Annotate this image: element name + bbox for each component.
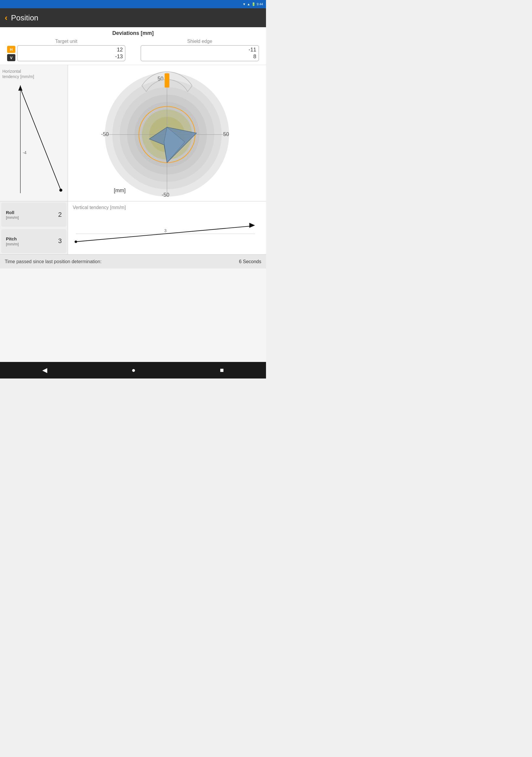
middle-section: Horizontaltendency [mm/m] -4 xyxy=(0,65,266,201)
status-bar: ▼ ▲ 🔋 9:44 xyxy=(0,0,266,8)
v-badge-left: V xyxy=(7,54,15,61)
svg-text:50: 50 xyxy=(158,76,163,82)
vertical-tendency-panel: Vertical tendency [mm/m] 3 xyxy=(68,201,266,254)
target-unit-label: Target unit xyxy=(7,39,125,44)
svg-point-3 xyxy=(59,189,62,192)
target-unit-group: Target unit H V 12 -13 xyxy=(7,39,125,61)
svg-text:-50: -50 xyxy=(101,131,109,137)
vertical-tendency-chart: 3 xyxy=(73,214,261,251)
status-icons: ▼ ▲ 🔋 9:44 xyxy=(243,2,263,6)
pitch-label: Pitch [mm/m] xyxy=(6,236,18,246)
footer-value: 6 Seconds xyxy=(239,259,261,264)
radar-svg: 50 -50 50 -50 [mm] xyxy=(81,65,253,201)
target-h-value: 12 xyxy=(20,47,123,53)
svg-line-1 xyxy=(20,88,61,191)
nav-bar: ◀ ● ■ xyxy=(0,362,266,378)
roll-value: 2 xyxy=(58,211,62,219)
main-content: Deviations [mm] Target unit H V 12 -13 xyxy=(0,27,266,362)
shield-v-value: 8 xyxy=(143,53,256,60)
nav-home-button[interactable]: ● xyxy=(132,366,135,374)
page-title: Position xyxy=(11,13,39,22)
svg-text:3: 3 xyxy=(164,228,167,233)
svg-text:-4: -4 xyxy=(23,151,27,155)
horizontal-tendency-svg: -4 xyxy=(2,82,65,200)
h-badge-left: H xyxy=(7,46,15,53)
footer: Time passed since last position determin… xyxy=(0,254,266,268)
svg-marker-28 xyxy=(250,223,255,228)
shield-edge-group: Shield edge -11 8 xyxy=(141,39,259,61)
back-button[interactable]: ‹ xyxy=(5,13,7,22)
nav-recents-button[interactable]: ■ xyxy=(220,366,224,374)
svg-text:-50: -50 xyxy=(162,192,169,198)
vertical-tendency-svg: 3 xyxy=(73,214,261,251)
svg-text:50: 50 xyxy=(223,131,229,137)
deviations-unit: [mm] xyxy=(141,30,154,36)
footer-label: Time passed since last position determin… xyxy=(5,259,102,264)
shield-edge-box: -11 8 xyxy=(141,45,259,61)
svg-text:[mm]: [mm] xyxy=(114,188,126,194)
deviations-bold: Deviations xyxy=(112,30,139,36)
horizontal-tendency-panel: Horizontaltendency [mm/m] -4 xyxy=(0,65,68,201)
signal-icon: ▲ xyxy=(247,2,250,6)
roll-label: Roll [mm/m] xyxy=(6,210,18,220)
radar-section: 50 -50 50 -50 [mm] xyxy=(68,65,266,201)
bottom-section: Roll [mm/m] 2 Pitch [mm/m] 3 Vertical te… xyxy=(0,201,266,254)
wifi-icon: ▼ xyxy=(243,2,246,6)
horizontal-tendency-label: Horizontaltendency [mm/m] xyxy=(2,69,65,79)
pitch-value: 3 xyxy=(58,237,62,245)
deviations-section: Deviations [mm] Target unit H V 12 -13 xyxy=(0,27,266,65)
nav-back-button[interactable]: ◀ xyxy=(42,366,47,374)
vertical-tendency-label: Vertical tendency [mm/m] xyxy=(73,205,261,210)
svg-rect-22 xyxy=(164,73,169,87)
horizontal-tendency-chart: -4 xyxy=(2,82,65,200)
battery-icon: 🔋 xyxy=(251,2,256,6)
target-v-value: -13 xyxy=(20,53,123,60)
roll-box: Roll [mm/m] 2 xyxy=(1,202,67,227)
deviations-title: Deviations [mm] xyxy=(5,30,261,36)
shield-h-value: -11 xyxy=(143,47,256,53)
svg-point-29 xyxy=(74,240,77,243)
pitch-box: Pitch [mm/m] 3 xyxy=(1,229,67,254)
shield-edge-label: Shield edge xyxy=(141,39,259,44)
app-bar: ‹ Position xyxy=(0,8,266,27)
roll-pitch-panel: Roll [mm/m] 2 Pitch [mm/m] 3 xyxy=(0,201,68,254)
svg-marker-2 xyxy=(18,85,22,91)
time-display: 9:44 xyxy=(257,2,263,6)
